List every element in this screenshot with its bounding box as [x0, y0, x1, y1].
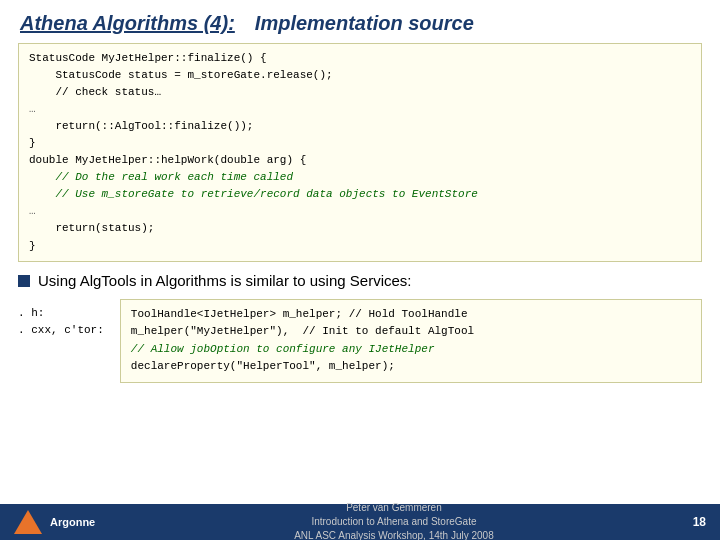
- footer-event-line1: Introduction to Athena and StoreGate: [294, 515, 494, 529]
- bullet-icon: [18, 275, 30, 287]
- bullet-text: Using AlgTools in Algorithms is similar …: [38, 272, 411, 289]
- header-title-right: Implementation source: [255, 12, 474, 35]
- bottom-code-line-2: m_helper("MyJetHelper"), // Init to defa…: [131, 323, 691, 341]
- code-line-3: // check status…: [29, 84, 691, 101]
- code-line-4: …: [29, 101, 691, 118]
- bottom-code-line-4: declareProperty("HelperTool", m_helper);: [131, 358, 691, 376]
- header-title-left: Athena Algorithms (4):: [20, 12, 235, 35]
- argonne-triangle-icon: [14, 510, 42, 534]
- code-line-6: }: [29, 135, 691, 152]
- footer-center: Peter van Gemmeren Introduction to Athen…: [294, 501, 494, 540]
- code-line-12: }: [29, 238, 691, 255]
- code-line-1: StatusCode MyJetHelper::finalize() {: [29, 50, 691, 67]
- code-line-7: double MyJetHelper::helpWork(double arg)…: [29, 152, 691, 169]
- cxx-label: . cxx, c'tor:: [18, 322, 104, 340]
- bottom-labels: . h: . cxx, c'tor:: [18, 299, 104, 340]
- code-line-10: …: [29, 203, 691, 220]
- footer-event-line2: ANL ASC Analysis Workshop, 14th July 200…: [294, 529, 494, 540]
- code-line-9: // Use m_storeGate to retrieve/record da…: [29, 186, 691, 203]
- header: Athena Algorithms (4): Implementation so…: [0, 0, 720, 43]
- code-block-top: StatusCode MyJetHelper::finalize() { Sta…: [18, 43, 702, 262]
- bottom-code-block: ToolHandle<IJetHelper> m_helper; // Hold…: [120, 299, 702, 383]
- slide: Athena Algorithms (4): Implementation so…: [0, 0, 720, 540]
- bottom-code-line-3: // Allow jobOption to configure any IJet…: [131, 341, 691, 359]
- footer-argonne-text: Argonne: [50, 516, 95, 528]
- footer: Argonne Peter van Gemmeren Introduction …: [0, 504, 720, 540]
- footer-presenter: Peter van Gemmeren: [294, 501, 494, 515]
- h-label: . h:: [18, 305, 104, 323]
- bullet-section: Using AlgTools in Algorithms is similar …: [18, 272, 702, 289]
- bottom-section: . h: . cxx, c'tor: ToolHandle<IJetHelper…: [18, 299, 702, 383]
- footer-page-number: 18: [693, 515, 706, 529]
- code-line-8: // Do the real work each time called: [29, 169, 691, 186]
- code-line-2: StatusCode status = m_storeGate.release(…: [29, 67, 691, 84]
- bottom-code-line-1: ToolHandle<IJetHelper> m_helper; // Hold…: [131, 306, 691, 324]
- footer-logo: Argonne: [14, 510, 95, 534]
- code-line-5: return(::AlgTool::finalize());: [29, 118, 691, 135]
- code-line-11: return(status);: [29, 220, 691, 237]
